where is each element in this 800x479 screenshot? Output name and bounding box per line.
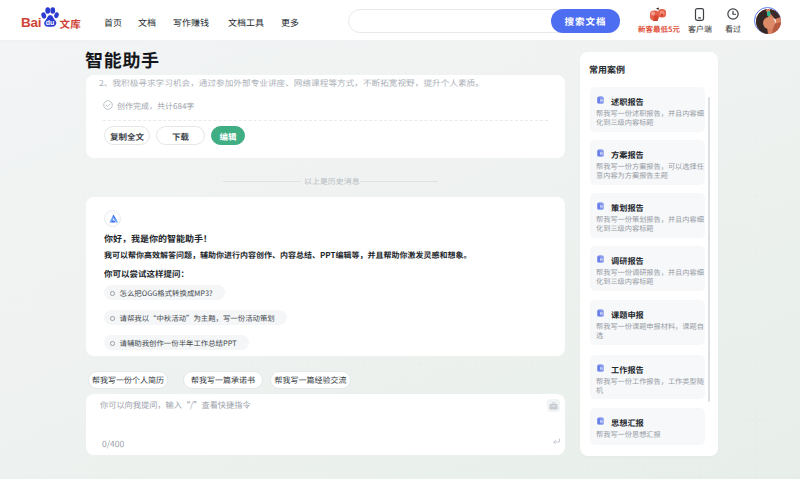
svg-text:du: du xyxy=(46,19,55,26)
